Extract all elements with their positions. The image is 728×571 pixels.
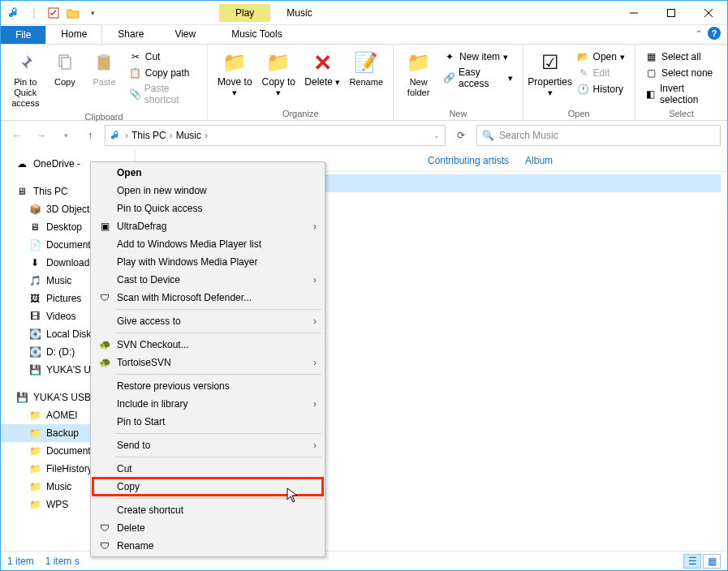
menu-rename[interactable]: 🛡Rename: [93, 537, 323, 555]
paste-button[interactable]: Paste: [86, 48, 123, 89]
delete-x-icon: ✕: [313, 49, 332, 75]
chevron-right-icon: ›: [313, 221, 317, 232]
contextual-tab-group: Play: [219, 7, 270, 19]
qat-dropdown-icon[interactable]: ▾: [84, 4, 101, 22]
tab-music-tools[interactable]: Music Tools: [216, 24, 297, 44]
menu-create-shortcut[interactable]: Create shortcut: [93, 501, 323, 519]
chevron-right-icon[interactable]: ›: [125, 130, 128, 141]
properties-icon: ☑: [541, 49, 559, 75]
window-title: Music: [286, 7, 312, 19]
scissors-icon: ✂: [129, 50, 142, 63]
history-button[interactable]: 🕐History: [574, 82, 628, 97]
videos-icon: 🎞: [28, 310, 41, 323]
recent-dropdown[interactable]: ▾: [56, 126, 75, 145]
menu-open[interactable]: Open: [93, 164, 323, 182]
move-to-button[interactable]: 📁Move to ▾: [214, 48, 255, 100]
edit-button[interactable]: ✎Edit: [574, 66, 628, 80]
menu-ultradefrag[interactable]: ▣UltraDefrag›: [93, 217, 323, 235]
history-icon: 🕐: [577, 83, 590, 96]
up-button[interactable]: ↑: [80, 126, 100, 145]
forward-button[interactable]: →: [32, 126, 51, 145]
crumb-music[interactable]: Music: [176, 130, 201, 141]
tab-view[interactable]: View: [159, 24, 211, 44]
tortoise-icon: 🐢: [97, 355, 112, 370]
title-bar: | ▾ Play Music: [1, 1, 727, 25]
select-all-button[interactable]: ▦Select all: [642, 49, 721, 64]
menu-restore-versions[interactable]: Restore previous versions: [93, 377, 323, 395]
refresh-button[interactable]: ⟳: [450, 125, 472, 146]
pin-to-quick-access-button[interactable]: Pin to Quick access: [7, 48, 44, 110]
new-item-button[interactable]: ✦New item ▾: [440, 49, 516, 64]
menu-tortoisesvn[interactable]: 🐢TortoiseSVN›: [93, 354, 323, 371]
tab-share[interactable]: Share: [102, 24, 159, 44]
drive-icon: 💽: [28, 328, 41, 341]
search-input[interactable]: 🔍 Search Music: [476, 125, 721, 146]
menu-cut[interactable]: Cut: [93, 460, 323, 478]
maximize-button[interactable]: [653, 1, 690, 25]
close-button[interactable]: [690, 1, 727, 25]
menu-open-new-window[interactable]: Open in new window: [93, 182, 323, 200]
folder-qat-icon[interactable]: [64, 4, 82, 22]
menu-delete[interactable]: 🛡Delete: [93, 519, 323, 537]
menu-give-access[interactable]: Give access to›: [93, 312, 323, 330]
properties-button[interactable]: ☑Properties ▾: [530, 48, 571, 100]
copy-button[interactable]: Copy: [47, 48, 84, 89]
menu-include-library[interactable]: Include in library›: [93, 395, 323, 413]
menu-pin-quick-access[interactable]: Pin to Quick access: [93, 200, 323, 217]
copy-path-button[interactable]: 📋Copy path: [126, 66, 200, 80]
chevron-right-icon[interactable]: ›: [205, 130, 208, 141]
tab-file[interactable]: File: [1, 26, 45, 44]
path-dropdown-icon[interactable]: ⌄: [433, 131, 440, 140]
ribbon-group-clipboard: Pin to Quick access Copy Paste ✂Cut 📋Cop…: [1, 45, 208, 120]
copy-to-button[interactable]: 📁Copy to ▾: [258, 48, 299, 100]
invert-icon: ◧: [645, 88, 657, 101]
chevron-right-icon: ›: [313, 357, 317, 368]
menu-copy[interactable]: Copy: [93, 478, 323, 496]
open-button[interactable]: 📂Open ▾: [574, 49, 628, 64]
download-icon: ⬇: [28, 256, 41, 269]
col-contributing-artists[interactable]: Contributing artists: [428, 155, 509, 166]
rename-button[interactable]: 📝Rename: [346, 48, 386, 89]
menu-separator: [115, 309, 321, 310]
view-switcher: ☰ ▦: [683, 554, 721, 569]
easy-access-button[interactable]: 🔗Easy access ▾: [440, 66, 516, 90]
menu-scan-defender[interactable]: 🛡Scan with Microsoft Defender...: [93, 289, 323, 307]
help-icon[interactable]: ?: [708, 27, 721, 40]
back-button[interactable]: ←: [7, 126, 27, 145]
menu-pin-start[interactable]: Pin to Start: [93, 413, 323, 431]
select-none-button[interactable]: ▢Select none: [642, 66, 721, 80]
details-view-button[interactable]: ☰: [683, 554, 701, 569]
menu-cast-to-device[interactable]: Cast to Device›: [93, 271, 323, 289]
crumb-this-pc[interactable]: This PC: [131, 130, 166, 141]
menu-play-wmp[interactable]: Play with Windows Media Player: [93, 253, 323, 271]
move-to-icon: 📁: [222, 49, 247, 75]
delete-button[interactable]: ✕Delete ▾: [302, 48, 342, 89]
col-album[interactable]: Album: [525, 155, 553, 166]
menu-separator: [115, 498, 321, 499]
new-folder-icon: 📁: [407, 49, 431, 75]
shield-rename-icon: 🛡: [97, 539, 112, 553]
menu-add-wmp[interactable]: Add to Windows Media Player list: [93, 235, 323, 253]
cut-button[interactable]: ✂Cut: [126, 49, 200, 64]
minimize-button[interactable]: [615, 1, 653, 25]
collapse-ribbon-icon[interactable]: ⌃: [695, 28, 703, 40]
chevron-right-icon[interactable]: ›: [170, 130, 173, 141]
divider-icon: |: [25, 4, 43, 22]
pc-icon: 🖥: [15, 185, 28, 198]
play-contextual-label: Play: [219, 4, 270, 22]
properties-qat-icon[interactable]: [45, 4, 62, 22]
status-item-count: 1 item: [7, 556, 34, 567]
shield-delete-icon: 🛡: [97, 521, 112, 535]
svg-rect-2: [668, 9, 675, 16]
tab-home[interactable]: Home: [45, 24, 102, 44]
menu-svn-checkout[interactable]: 🐢SVN Checkout...: [93, 336, 323, 354]
new-folder-button[interactable]: 📁New folder: [400, 48, 437, 100]
quick-access-toolbar: | ▾: [1, 4, 101, 22]
menu-send-to[interactable]: Send to›: [93, 436, 323, 454]
breadcrumb[interactable]: › This PC › Music › ⌄: [105, 125, 446, 146]
paste-shortcut-button[interactable]: 📎Paste shortcut: [126, 82, 200, 106]
icons-view-button[interactable]: ▦: [703, 554, 721, 569]
invert-selection-button[interactable]: ◧Invert selection: [642, 82, 721, 106]
music-path-icon: [110, 130, 122, 141]
open-icon: 📂: [577, 50, 590, 63]
